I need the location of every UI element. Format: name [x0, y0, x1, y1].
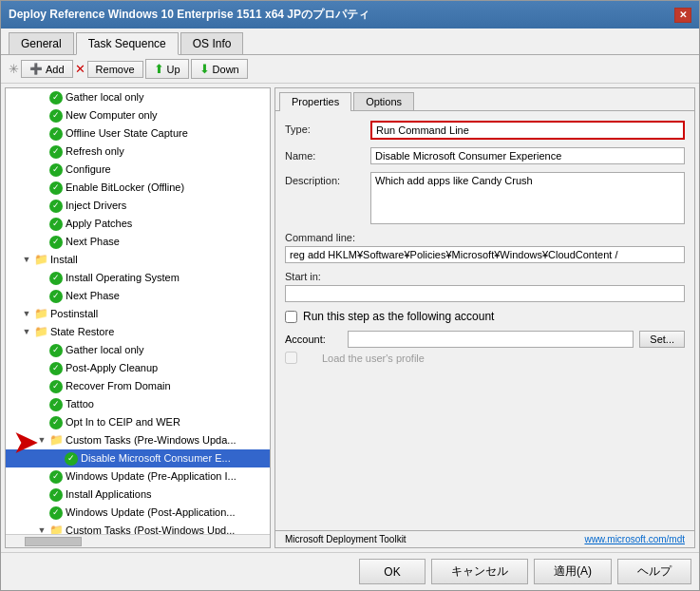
expand-icon — [36, 146, 47, 158]
tree-item[interactable]: ✓Next Phase — [6, 233, 270, 251]
tree-item-label: Custom Tasks (Pre-Windows Upda... — [66, 432, 236, 448]
remove-button[interactable]: Remove — [87, 61, 143, 78]
tree-item[interactable]: ✓Configure — [6, 161, 270, 179]
apply-button[interactable]: 適用(A) — [534, 559, 612, 584]
ok-button[interactable]: OK — [359, 559, 426, 584]
expand-icon: ▼ — [21, 327, 32, 338]
tree-item[interactable]: ✓Offline User State Capture — [6, 124, 270, 143]
check-icon: ✓ — [65, 452, 78, 466]
properties-content: Type: Name: Description: Which add apps … — [275, 111, 694, 530]
tree-item[interactable]: ✓Refresh only — [6, 143, 270, 161]
tree-item-label: Gather local only — [66, 89, 144, 105]
check-icon: ✓ — [49, 290, 63, 303]
tree-items-container: ✓Gather local only✓New Computer only✓Off… — [6, 88, 270, 534]
tree-container[interactable]: ✓Gather local only✓New Computer only✓Off… — [6, 88, 270, 534]
tree-item[interactable]: ▼📁Postinstall — [6, 305, 270, 323]
tree-item[interactable]: ✓Windows Update (Post-Application... — [6, 504, 270, 522]
tree-item-label: Windows Update (Pre-Application I... — [66, 468, 236, 485]
add-button[interactable]: ➕ Add — [21, 60, 73, 78]
tree-item[interactable]: ✓Enable BitLocker (Offline) — [6, 179, 270, 197]
cmdline-input[interactable] — [285, 246, 685, 263]
tree-item[interactable]: ✓Gather local only — [6, 88, 270, 106]
footer-link[interactable]: www.microsoft.com/mdt — [584, 534, 685, 544]
check-icon: ✓ — [49, 91, 63, 105]
tree-item-label: Install — [50, 252, 78, 268]
up-button[interactable]: ⬆ Up — [145, 59, 189, 79]
tab-general[interactable]: General — [9, 32, 74, 54]
brand-label: Microsoft Deployment Toolkit — [285, 534, 407, 544]
expand-icon — [51, 453, 63, 465]
tab-options[interactable]: Options — [353, 92, 414, 110]
set-button[interactable]: Set... — [639, 331, 685, 348]
startin-input[interactable] — [285, 285, 685, 302]
bottom-buttons: OK キャンセル 適用(A) ヘルプ — [1, 552, 699, 590]
tree-item[interactable]: ▼📁Custom Tasks (Post-Windows Upd... — [6, 522, 270, 534]
tree-item-label: Install Applications — [66, 486, 152, 503]
right-tabs: Properties Options — [275, 88, 694, 111]
tree-item[interactable]: ✓Disable Microsoft Consumer E... — [6, 449, 270, 467]
expand-icon — [36, 110, 47, 122]
window-title: Deploy Reference Windows 10 Enterprise 1… — [9, 7, 369, 23]
cancel-button[interactable]: キャンセル — [431, 559, 528, 584]
tab-task-sequence[interactable]: Task Sequence — [76, 32, 179, 55]
tree-item-label: Install Operating System — [66, 270, 180, 286]
expand-icon — [36, 507, 47, 519]
tree-item[interactable]: ▼📁Install — [6, 251, 270, 269]
folder-icon: 📁 — [34, 254, 47, 267]
expand-icon: ▼ — [21, 309, 32, 320]
expand-icon: ▼ — [36, 525, 47, 535]
expand-icon — [36, 489, 47, 501]
tree-item[interactable]: ✓Apply Patches — [6, 215, 270, 233]
tree-item-label: Disable Microsoft Consumer E... — [81, 450, 231, 467]
check-icon: ✓ — [49, 127, 63, 141]
tree-item[interactable]: ✓Windows Update (Pre-Application I... — [6, 467, 270, 486]
tree-item[interactable]: ✓Next Phase — [6, 287, 270, 305]
up-icon: ⬆ — [154, 62, 164, 76]
tree-item[interactable]: ✓Inject Drivers — [6, 197, 270, 215]
expand-icon — [36, 417, 47, 429]
tree-item[interactable]: ✓Opt In to CEIP and WER — [6, 413, 270, 431]
tab-os-info[interactable]: OS Info — [180, 32, 244, 54]
tab-bar: General Task Sequence OS Info — [1, 29, 699, 55]
tree-item-label: Apply Patches — [66, 216, 132, 232]
check-icon: ✓ — [49, 181, 63, 195]
tree-item[interactable]: ▼📁Custom Tasks (Pre-Windows Upda... — [6, 431, 270, 449]
expand-icon — [36, 273, 47, 284]
tab-properties[interactable]: Properties — [279, 92, 351, 111]
tree-item[interactable]: ✓Post-Apply Cleanup — [6, 359, 270, 377]
check-icon: ✓ — [49, 416, 63, 429]
tree-item[interactable]: ✓Gather local only — [6, 341, 270, 359]
close-button[interactable]: ✕ — [674, 8, 691, 23]
tree-item[interactable]: ✓Install Applications — [6, 486, 270, 504]
check-icon: ✓ — [49, 200, 63, 213]
tree-item-label: New Computer only — [66, 107, 158, 124]
help-button[interactable]: ヘルプ — [617, 559, 691, 584]
type-input[interactable] — [370, 121, 685, 140]
account-input[interactable] — [348, 331, 634, 348]
folder-icon: 📁 — [34, 308, 47, 321]
right-pane: Properties Options Type: Name: Descripti… — [274, 87, 695, 548]
horizontal-scrollbar[interactable] — [6, 534, 270, 547]
description-row: Description: Which add apps like Candy C… — [285, 172, 685, 224]
account-checkbox[interactable] — [285, 311, 297, 323]
description-textarea[interactable]: Which add apps like Candy Crush — [370, 172, 685, 224]
type-row: Type: — [285, 121, 685, 140]
account-checkbox-label: Run this step as the following account — [303, 310, 494, 323]
expand-icon — [36, 92, 47, 104]
tree-item-label: Enable BitLocker (Offline) — [66, 180, 184, 196]
startin-label: Start in: — [285, 271, 685, 282]
tree-pane: ✓Gather local only✓New Computer only✓Off… — [5, 87, 271, 548]
load-profile-row: Load the user's profile — [285, 352, 685, 364]
check-icon: ✓ — [49, 109, 63, 123]
tree-item[interactable]: ✓Recover From Domain — [6, 377, 270, 395]
check-icon: ✓ — [49, 344, 63, 357]
name-input[interactable] — [370, 147, 685, 164]
tree-item[interactable]: ✓Install Operating System — [6, 269, 270, 287]
check-icon: ✓ — [49, 506, 63, 520]
tree-item[interactable]: ▼📁State Restore — [6, 323, 270, 341]
down-button[interactable]: ⬇ Down — [191, 59, 248, 79]
tree-item[interactable]: ✓Tattoo — [6, 395, 270, 413]
check-icon: ✓ — [49, 163, 63, 177]
tree-item[interactable]: ✓New Computer only — [6, 106, 270, 124]
expand-icon — [36, 471, 47, 483]
